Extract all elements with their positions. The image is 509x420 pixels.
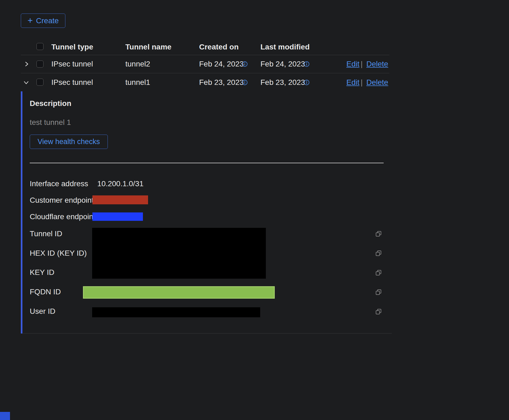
cloudflare-endpoint-label: Cloudflare endpoint <box>30 212 95 221</box>
row-checkbox[interactable] <box>36 79 43 86</box>
copy-user-id-button[interactable] <box>375 308 382 316</box>
copy-icon <box>375 292 382 296</box>
last-modified-cell: Feb 24, 2023 <box>260 59 305 69</box>
collapse-row-button[interactable] <box>23 79 29 86</box>
row-checkbox[interactable] <box>36 61 43 68</box>
plus-icon: + <box>28 16 33 25</box>
created-on-cell: Feb 24, 2023 <box>199 59 244 69</box>
chevron-down-icon <box>23 82 29 86</box>
last-modified-info-icon[interactable] <box>304 79 310 86</box>
action-separator: | <box>361 59 363 69</box>
select-all-checkbox[interactable] <box>36 43 43 50</box>
key-id-label: KEY ID <box>30 268 54 277</box>
chevron-right-icon <box>23 64 30 68</box>
expand-row-button[interactable] <box>23 61 30 68</box>
delete-link[interactable]: Delete <box>366 59 388 69</box>
created-on-info-icon[interactable] <box>242 61 248 68</box>
user-id-label: User ID <box>30 307 55 316</box>
column-header-created-on: Created on <box>199 42 239 52</box>
last-modified-info-icon[interactable] <box>304 61 310 68</box>
tunnel-type-cell: IPsec tunnel <box>51 78 93 87</box>
tunnel-id-label: Tunnel ID <box>30 229 62 238</box>
expanded-row-accent-bar <box>21 91 22 334</box>
detail-divider <box>30 163 384 163</box>
ids-redacted-value <box>92 228 266 279</box>
column-header-tunnel-type: Tunnel type <box>51 42 93 52</box>
tunnel-name-cell: tunnel1 <box>125 78 150 87</box>
customer-endpoint-redacted-value <box>92 195 148 204</box>
copy-hex-id-button[interactable] <box>375 250 382 258</box>
description-heading: Description <box>30 99 71 108</box>
view-health-checks-button[interactable]: View health checks <box>30 135 108 149</box>
column-header-last-modified: Last modified <box>260 42 310 52</box>
delete-link[interactable]: Delete <box>366 78 388 87</box>
created-on-cell: Feb 23, 2023 <box>199 78 244 87</box>
copy-key-id-button[interactable] <box>375 269 382 277</box>
column-header-tunnel-name: Tunnel name <box>125 42 172 52</box>
copy-icon <box>375 234 382 238</box>
tunnel-name-cell: tunnel2 <box>125 59 150 69</box>
tunnel-type-cell: IPsec tunnel <box>51 59 93 69</box>
cloudflare-endpoint-redacted-value <box>92 212 143 221</box>
copy-icon <box>375 312 382 316</box>
copy-icon <box>375 254 382 258</box>
create-button[interactable]: + Create <box>21 14 65 28</box>
copy-icon <box>375 273 382 277</box>
ipsec-tunnels-page: + Create Tunnel type Tunnel name Created… <box>0 0 509 420</box>
edit-link[interactable]: Edit <box>346 78 359 87</box>
copy-tunnel-id-button[interactable] <box>375 230 382 238</box>
create-button-label: Create <box>36 16 59 25</box>
interface-address-value: 10.200.1.0/31 <box>97 179 143 188</box>
user-id-redacted-value <box>92 307 260 317</box>
description-value: test tunnel 1 <box>30 118 71 127</box>
interface-address-label: Interface address <box>30 179 88 188</box>
fqdn-id-redacted-value <box>83 286 275 299</box>
row-divider <box>21 73 389 73</box>
bottom-corner-strip <box>0 412 10 420</box>
hex-id-label: HEX ID (KEY ID) <box>30 249 87 258</box>
header-divider <box>21 55 389 55</box>
customer-endpoint-label: Customer endpoint <box>30 196 94 205</box>
fqdn-id-label: FQDN ID <box>30 287 61 296</box>
expanded-row-bottom-divider <box>23 333 392 334</box>
action-separator: | <box>361 78 363 87</box>
copy-fqdn-id-button[interactable] <box>375 289 382 296</box>
edit-link[interactable]: Edit <box>346 59 359 69</box>
created-on-info-icon[interactable] <box>242 79 248 86</box>
last-modified-cell: Feb 23, 2023 <box>260 78 305 87</box>
